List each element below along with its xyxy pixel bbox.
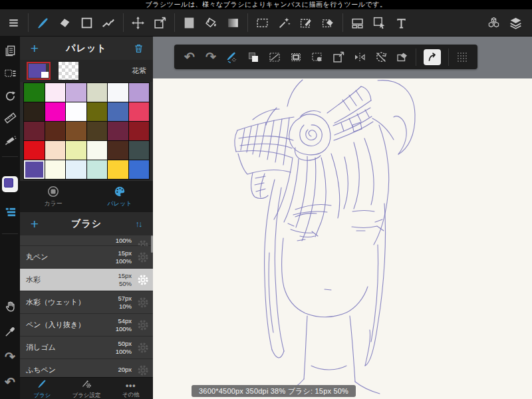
pages-icon[interactable] <box>0 42 20 59</box>
gear-icon[interactable] <box>136 296 150 309</box>
invert-selection-icon[interactable] <box>307 47 328 67</box>
hand-tool-icon[interactable] <box>0 297 20 315</box>
transparent-swatch[interactable] <box>59 62 78 80</box>
drag-handle-icon[interactable] <box>452 47 473 67</box>
brush-row-partial[interactable]: 100% <box>20 235 153 246</box>
transform-selection-icon[interactable] <box>328 47 349 67</box>
palette-swatch[interactable] <box>66 83 86 102</box>
tab-palette[interactable]: パレット <box>86 181 153 212</box>
brush-row[interactable]: ペン（入り抜き）54px100% <box>20 314 153 336</box>
palette-swatch[interactable] <box>24 83 45 102</box>
delete-palette-button[interactable] <box>124 42 153 55</box>
gear-icon[interactable] <box>136 341 150 354</box>
eyedropper-tool-icon[interactable] <box>0 323 20 340</box>
palette-swatch[interactable] <box>129 122 150 140</box>
palette-swatch[interactable] <box>87 122 108 140</box>
palette-swatch[interactable] <box>24 141 45 160</box>
select-pen-tool-icon[interactable] <box>295 13 317 33</box>
palette-swatch[interactable] <box>108 83 128 102</box>
reset-rotation-icon[interactable] <box>370 47 392 67</box>
palette-swatch[interactable] <box>108 102 128 121</box>
palette-swatch[interactable] <box>129 83 150 102</box>
select-layout-icon[interactable] <box>0 65 20 82</box>
ruler-icon[interactable] <box>0 109 20 126</box>
material-tool-icon[interactable] <box>483 13 505 33</box>
palette-swatch[interactable] <box>66 141 86 160</box>
gear-icon[interactable] <box>136 251 150 264</box>
select-tool-icon[interactable] <box>251 13 273 33</box>
shape-tool-icon[interactable] <box>76 13 98 33</box>
text-tool-icon[interactable] <box>390 13 412 33</box>
palette-swatch[interactable] <box>129 141 150 160</box>
draw-select-icon[interactable] <box>221 47 243 67</box>
tab-brush-settings[interactable]: ブラシ設定 <box>65 378 109 399</box>
object-select-tool-icon[interactable] <box>368 13 390 33</box>
panel-layout-tool-icon[interactable] <box>346 13 368 33</box>
brush-row[interactable]: 水彩（ウェット）57px10% <box>20 291 153 314</box>
brush-row[interactable]: 丸ペン15px100% <box>20 246 153 269</box>
palette-swatch[interactable] <box>45 160 66 179</box>
select-eraser-tool-icon[interactable] <box>317 13 339 33</box>
gear-icon[interactable] <box>136 364 150 377</box>
clear-icon[interactable] <box>392 47 413 67</box>
undo-icon[interactable]: ↶ <box>0 373 20 390</box>
palette-swatch[interactable] <box>87 141 108 160</box>
palette-swatch[interactable] <box>45 83 66 102</box>
brush-row[interactable]: ふちペン20px <box>20 359 153 377</box>
palette-swatch[interactable] <box>108 141 128 160</box>
rotate-view-icon[interactable] <box>0 87 20 104</box>
palette-swatch[interactable] <box>24 102 45 121</box>
tab-brush[interactable]: ブラシ <box>20 378 65 399</box>
palette-swatch[interactable] <box>66 160 86 179</box>
current-color-swatch[interactable] <box>27 62 51 80</box>
redo-icon[interactable]: ↷ <box>200 47 221 67</box>
layers-tool-icon[interactable] <box>505 13 527 33</box>
add-brush-button[interactable]: + <box>20 217 49 231</box>
palette-swatch[interactable] <box>45 122 66 140</box>
brush-row[interactable]: 消しゴム50px100% <box>20 336 153 359</box>
brush-panel-toggle-icon[interactable] <box>0 203 20 220</box>
palette-swatch[interactable] <box>108 160 128 179</box>
palette-swatch[interactable] <box>87 102 108 121</box>
pop-out-icon[interactable] <box>424 49 441 65</box>
brush-name: ふちペン <box>20 365 153 375</box>
palette-swatch[interactable] <box>45 102 66 121</box>
deselect-icon[interactable] <box>264 47 285 67</box>
menu-icon[interactable] <box>3 13 25 33</box>
fill-color-swatch-icon[interactable] <box>178 13 200 33</box>
transform-tool-icon[interactable] <box>149 13 171 33</box>
palette-swatch[interactable] <box>87 160 108 179</box>
palette-swatch[interactable] <box>66 102 86 121</box>
bucket-tool-icon[interactable] <box>200 13 222 33</box>
swap-layers-icon[interactable] <box>243 47 264 67</box>
add-palette-button[interactable]: + <box>20 41 49 55</box>
palette-swatch[interactable] <box>129 102 150 121</box>
undo-icon[interactable]: ↶ <box>179 47 200 67</box>
palette-swatch[interactable] <box>87 83 108 102</box>
move-tool-icon[interactable] <box>127 13 149 33</box>
palette-swatch[interactable] <box>45 141 66 160</box>
tab-color[interactable]: カラー <box>20 181 86 212</box>
brush-tool-icon[interactable] <box>32 13 54 33</box>
sort-brushes-button[interactable]: ↑↓ <box>124 219 153 229</box>
gear-icon[interactable] <box>136 319 150 332</box>
palette-swatch[interactable] <box>24 160 45 179</box>
magic-wand-tool-icon[interactable] <box>273 13 295 33</box>
toolbar-separator <box>123 13 124 32</box>
flip-horizontal-icon[interactable] <box>349 47 370 67</box>
redo-icon[interactable]: ↷ <box>0 348 20 365</box>
palette-swatch[interactable] <box>24 122 45 140</box>
airbrush-icon[interactable] <box>0 131 20 148</box>
palette-swatch[interactable] <box>108 122 128 140</box>
eraser-tool-icon[interactable] <box>54 13 76 33</box>
palette-swatch[interactable] <box>66 122 86 140</box>
current-color-indicator[interactable] <box>2 176 18 192</box>
select-all-icon[interactable] <box>285 47 307 67</box>
palette-swatch[interactable] <box>129 160 150 179</box>
drawing-canvas[interactable] <box>153 78 532 399</box>
gear-icon[interactable] <box>136 273 150 287</box>
gradient-tool-icon[interactable] <box>222 13 244 33</box>
brush-row[interactable]: 水彩15px50% <box>20 269 153 291</box>
polyline-tool-icon[interactable] <box>98 13 120 33</box>
tab-other[interactable]: •••その他 <box>108 378 153 399</box>
